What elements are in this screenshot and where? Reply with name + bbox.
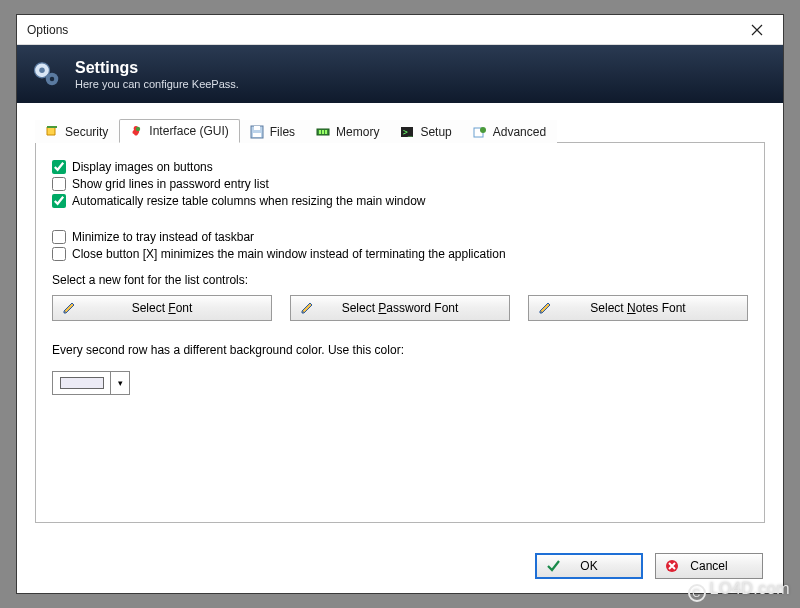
check-close-minimizes[interactable]: Close button [X] minimizes the main wind… <box>52 247 748 261</box>
tab-label: Security <box>65 125 108 139</box>
header-subtitle: Here you can configure KeePass. <box>75 78 239 90</box>
checkbox[interactable] <box>52 194 66 208</box>
cancel-button[interactable]: Cancel <box>655 553 763 579</box>
check-grid-lines[interactable]: Show grid lines in password entry list <box>52 177 748 191</box>
pencil-icon <box>61 300 77 316</box>
options-dialog: Options Settings Here you can configure … <box>16 14 784 594</box>
tab-memory[interactable]: Memory <box>306 120 390 143</box>
color-swatch[interactable] <box>53 372 111 394</box>
check-icon <box>545 558 561 574</box>
font-intro-label: Select a new font for the list controls: <box>52 273 748 287</box>
check-auto-resize[interactable]: Automatically resize table columns when … <box>52 194 748 208</box>
svg-text:>_: >_ <box>403 128 413 137</box>
tab-files[interactable]: Files <box>240 120 306 143</box>
header-title: Settings <box>75 59 239 77</box>
checkbox[interactable] <box>52 247 66 261</box>
tab-interface[interactable]: Interface (GUI) <box>119 119 239 143</box>
chevron-down-icon[interactable]: ▾ <box>111 372 129 394</box>
tab-label: Interface (GUI) <box>149 124 228 138</box>
svg-point-3 <box>50 77 55 82</box>
watermark: CLO4D.com <box>688 580 790 602</box>
button-label: Select Font <box>132 301 193 315</box>
titlebar: Options <box>17 15 783 45</box>
tab-security[interactable]: Security <box>35 120 119 143</box>
tab-strip: Security Interface (GUI) Files <box>35 117 765 143</box>
settings-header: Settings Here you can configure KeePass. <box>17 45 783 103</box>
checkbox-label: Automatically resize table columns when … <box>72 194 426 208</box>
button-label: Select Password Font <box>342 301 459 315</box>
checkbox[interactable] <box>52 177 66 191</box>
advanced-icon <box>472 124 488 140</box>
color-preview <box>60 377 104 389</box>
interface-icon <box>128 123 144 139</box>
pencil-icon <box>537 300 553 316</box>
svg-rect-9 <box>319 130 321 134</box>
checkbox[interactable] <box>52 160 66 174</box>
pencil-icon <box>299 300 315 316</box>
ok-button[interactable]: OK <box>535 553 643 579</box>
dialog-footer: OK Cancel <box>535 553 763 579</box>
svg-rect-7 <box>253 133 261 137</box>
tab-advanced[interactable]: Advanced <box>463 120 557 143</box>
button-label: Cancel <box>690 559 727 573</box>
svg-point-1 <box>39 68 45 74</box>
button-label: OK <box>580 559 597 573</box>
svg-point-15 <box>480 127 486 133</box>
checkbox-label: Close button [X] minimizes the main wind… <box>72 247 506 261</box>
check-minimize-tray[interactable]: Minimize to tray instead of taskbar <box>52 230 748 244</box>
gear-icon <box>29 56 65 92</box>
button-label: Select Notes Font <box>590 301 685 315</box>
check-display-images[interactable]: Display images on buttons <box>52 160 748 174</box>
tab-label: Files <box>270 125 295 139</box>
svg-rect-10 <box>322 130 324 134</box>
alt-row-color-picker[interactable]: ▾ <box>52 371 130 395</box>
tab-label: Setup <box>420 125 451 139</box>
checkbox-label: Display images on buttons <box>72 160 213 174</box>
row-color-intro-label: Every second row has a different backgro… <box>52 343 748 357</box>
checkbox[interactable] <box>52 230 66 244</box>
cancel-icon <box>664 558 680 574</box>
tab-setup[interactable]: >_ Setup <box>390 120 462 143</box>
tab-label: Memory <box>336 125 379 139</box>
close-icon[interactable] <box>735 16 779 44</box>
svg-rect-11 <box>325 130 327 134</box>
svg-rect-6 <box>254 126 260 130</box>
tab-label: Advanced <box>493 125 546 139</box>
window-title: Options <box>27 23 68 37</box>
select-notes-font-button[interactable]: Select Notes Font <box>528 295 748 321</box>
interface-panel: Display images on buttons Show grid line… <box>35 143 765 523</box>
memory-icon <box>315 124 331 140</box>
checkbox-label: Minimize to tray instead of taskbar <box>72 230 254 244</box>
shield-icon <box>44 124 60 140</box>
checkbox-label: Show grid lines in password entry list <box>72 177 269 191</box>
floppy-icon <box>249 124 265 140</box>
terminal-icon: >_ <box>399 124 415 140</box>
select-password-font-button[interactable]: Select Password Font <box>290 295 510 321</box>
select-font-button[interactable]: Select Font <box>52 295 272 321</box>
svg-point-4 <box>136 127 140 131</box>
